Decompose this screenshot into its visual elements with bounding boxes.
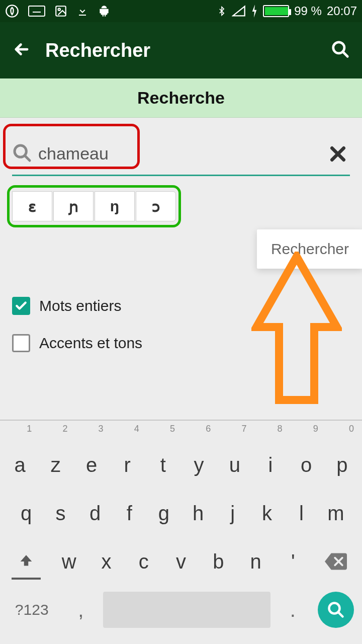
subheader: Recherche [0,78,362,118]
svg-rect-7 [56,6,66,16]
search-input[interactable] [38,144,320,164]
key-t[interactable]: t [146,445,180,485]
key-comma[interactable]: , [62,590,100,630]
option-whole-words-label: Mots entiers [39,297,121,314]
svg-point-8 [58,9,60,11]
search-go-icon [318,592,354,628]
status-bar: 99 % 20:07 [0,0,362,22]
clock: 20:07 [327,4,357,18]
hint-8: 8 [252,424,288,441]
char-key-2[interactable]: ŋ [95,191,135,221]
key-shift[interactable] [3,541,50,582]
key-w[interactable]: w [51,541,87,582]
option-whole-words[interactable]: Mots entiers [12,297,350,315]
key-p[interactable]: p [325,445,359,485]
hint-0: 0 [324,424,360,441]
search-field-icon [12,143,32,165]
key-s[interactable]: s [44,493,77,533]
key-u[interactable]: u [217,445,252,485]
key-e[interactable]: e [74,445,109,485]
option-accents-label: Accents et tons [39,335,142,352]
checkbox-accents[interactable] [12,334,30,352]
keyboard-number-hints: 1 2 3 4 5 6 7 8 9 0 [2,424,360,441]
key-c[interactable]: c [126,541,162,582]
key-o[interactable]: o [289,445,324,485]
key-a[interactable]: a [3,445,37,485]
back-button[interactable] [12,40,31,61]
hint-5: 5 [145,424,181,441]
hint-6: 6 [181,424,217,441]
char-key-0[interactable]: ɛ [12,191,52,221]
key-i[interactable]: i [253,445,288,485]
key-y[interactable]: y [182,445,216,485]
key-q[interactable]: q [10,493,43,533]
key-space[interactable] [103,592,270,628]
key-h[interactable]: h [182,493,215,533]
key-symbols[interactable]: ?123 [3,590,61,630]
char-key-1[interactable]: ɲ [53,191,94,221]
hint-7: 7 [217,424,252,441]
key-z[interactable]: z [38,445,73,485]
appbar-title: Rechercher [45,40,150,61]
option-accents[interactable]: Accents et tons [12,334,350,352]
hint-3: 3 [73,424,109,441]
android-icon [98,5,111,18]
image-icon [54,5,67,18]
key-g[interactable]: g [147,493,180,533]
key-k[interactable]: k [250,493,284,533]
app-bar: Rechercher [0,22,362,78]
key-search[interactable] [315,592,357,628]
key-r[interactable]: r [110,445,145,485]
hint-9: 9 [289,424,324,441]
key-apostrophe[interactable]: ' [275,541,311,582]
key-d[interactable]: d [78,493,112,533]
special-chars-row: ɛ ɲ ŋ ɔ [12,191,176,221]
soft-keyboard: 1 2 3 4 5 6 7 8 9 0 a z e r t y u i o p … [0,420,362,644]
key-dot[interactable]: . [274,590,312,630]
search-field-wrap [12,133,350,176]
svg-rect-1 [29,6,45,16]
download-icon [76,5,88,18]
hint-1: 1 [2,424,38,441]
key-n[interactable]: n [237,541,274,582]
hint-2: 2 [38,424,73,441]
signal-icon [232,5,246,17]
search-submit-button[interactable]: Rechercher [257,229,362,269]
char-key-3[interactable]: ɔ [136,191,176,221]
key-l[interactable]: l [285,493,318,533]
battery-percent: 99 % [294,4,322,18]
checkbox-whole-words[interactable] [12,297,30,315]
key-j[interactable]: j [216,493,249,533]
key-b[interactable]: b [200,541,236,582]
bluetooth-icon [217,4,227,18]
key-m[interactable]: m [319,493,352,533]
keyboard-icon [28,6,45,17]
search-icon[interactable] [331,40,350,61]
clear-button[interactable] [326,142,350,166]
charging-icon [251,5,258,18]
battery-icon [263,5,289,17]
key-v[interactable]: v [163,541,199,582]
key-backspace[interactable] [312,541,359,582]
hint-4: 4 [110,424,145,441]
options-group: Mots entiers Accents et tons [12,297,350,352]
key-x[interactable]: x [88,541,124,582]
subheader-title: Recherche [137,88,225,108]
key-f[interactable]: f [113,493,146,533]
phoenix-icon [5,4,19,18]
